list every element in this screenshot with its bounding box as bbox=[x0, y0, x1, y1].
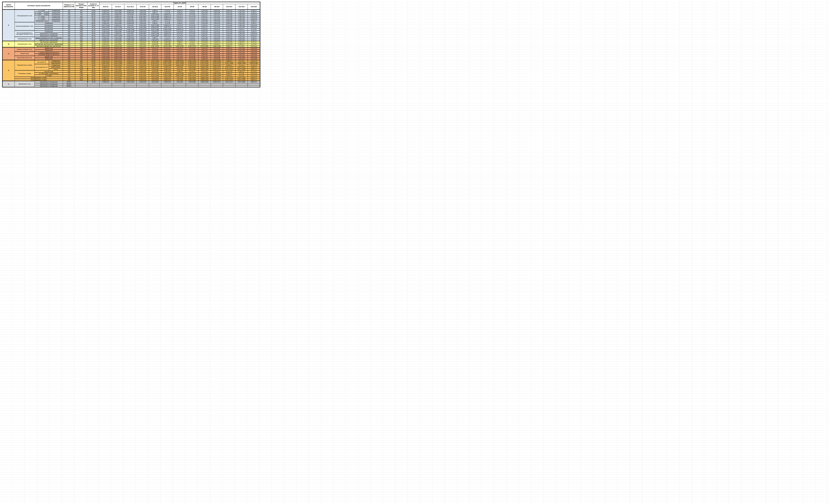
feed-value-cell[interactable]: 0,011-0,013 bbox=[99, 64, 112, 66]
hardness-hb-cell[interactable]: 175 bbox=[63, 22, 75, 24]
feed-value-cell[interactable]: 0,11-0,13 bbox=[149, 51, 161, 54]
strength-rm-cell[interactable]: 960 bbox=[75, 24, 87, 26]
feed-value-cell[interactable]: 0,2-0,22 bbox=[186, 10, 198, 12]
feed-value-cell[interactable]: 0,18-0,21 bbox=[198, 18, 211, 20]
feed-value-cell[interactable]: 0,24-0,26 bbox=[223, 24, 236, 26]
material-subtype-cell[interactable]: ферритный bbox=[35, 56, 63, 58]
material-subtype-cell[interactable]: на основе Fe bbox=[35, 60, 49, 64]
feed-value-cell[interactable]: 0,38-0,41 bbox=[223, 47, 236, 49]
feed-value-cell[interactable]: 0,012-0,015 bbox=[124, 69, 137, 71]
feed-value-cell[interactable]: 0,34-0,38 bbox=[211, 54, 223, 56]
feed-value-cell[interactable]: 0,053-0,064 bbox=[112, 56, 124, 58]
strength-rm-cell[interactable] bbox=[75, 85, 87, 87]
feed-value-cell[interactable]: 0,073-0,084 bbox=[198, 64, 211, 66]
header-feed-diameter[interactable]: ø10-ø12 bbox=[223, 4, 236, 10]
feed-value-cell[interactable] bbox=[137, 85, 149, 87]
feed-value-cell[interactable]: 0,1-0,12 bbox=[235, 64, 248, 66]
feed-value-cell[interactable]: 0,46-0,53 bbox=[248, 58, 260, 60]
strength-rm-cell[interactable]: 200 bbox=[75, 51, 87, 54]
feed-value-cell[interactable]: 0,11-0,13 bbox=[198, 43, 211, 45]
feed-value-cell[interactable]: 0,38-0,41 bbox=[223, 54, 236, 56]
cutting-speed-vc-cell[interactable]: 16-28 bbox=[87, 29, 99, 31]
feed-value-cell[interactable]: 0,033-0,053 bbox=[161, 45, 174, 47]
feed-value-cell[interactable]: 0,058-0,062 bbox=[248, 62, 260, 64]
feed-value-cell[interactable]: 0,26-0,29 bbox=[235, 14, 248, 16]
feed-value-cell[interactable]: 0,08-0,11 bbox=[137, 51, 149, 54]
feed-value-cell[interactable]: 0,067-0,083 bbox=[149, 33, 161, 35]
hardness-hb-cell[interactable]: 200 bbox=[63, 47, 75, 49]
feed-value-cell[interactable]: 0,067-0,083 bbox=[149, 18, 161, 20]
feed-value-cell[interactable]: 0,16-0,2 bbox=[173, 10, 186, 12]
feed-value-cell[interactable]: 0,027-0,033 bbox=[173, 62, 186, 64]
feed-value-cell[interactable]: 0,048-0,06 bbox=[124, 37, 137, 39]
feed-value-cell[interactable] bbox=[235, 83, 248, 85]
hardness-hb-cell[interactable]: 330 bbox=[63, 39, 75, 41]
strength-rm-cell[interactable]: 1480 bbox=[75, 29, 87, 31]
material-subtype-cell[interactable]: упрочненные bbox=[49, 62, 63, 64]
feed-value-cell[interactable]: 0,26-0,29 bbox=[235, 16, 248, 18]
feed-value-cell[interactable]: 0,037-0,042 bbox=[198, 62, 211, 64]
feed-value-cell[interactable]: 0,027-0,033 bbox=[149, 64, 161, 66]
feed-value-cell[interactable]: 0,094-0,1 bbox=[223, 45, 236, 47]
feed-value-cell[interactable]: 0,12-0,13 bbox=[248, 64, 260, 66]
feed-value-cell[interactable]: 0,087-0,1 bbox=[248, 69, 260, 71]
feed-value-cell[interactable]: 0,25-0,28 bbox=[211, 11, 223, 14]
feed-value-cell[interactable]: 0,032-0,04 bbox=[99, 11, 112, 14]
strength-rm-cell[interactable]: 1080 bbox=[75, 69, 87, 71]
feed-value-cell[interactable]: 0,21-0,23 bbox=[235, 35, 248, 37]
feed-value-cell[interactable]: 0,04-0,05 bbox=[173, 81, 186, 83]
material-subtype-cell[interactable]: с высоким пределом прочности bbox=[35, 54, 63, 56]
header-feed-diameter[interactable]: ø15-ø20 bbox=[248, 4, 260, 10]
feed-value-cell[interactable]: 0,12-0,13 bbox=[186, 29, 198, 31]
header-feed-diameter[interactable]: ø2-ø2,5 bbox=[149, 4, 161, 10]
strength-rm-cell[interactable]: 940 bbox=[75, 62, 87, 64]
feed-value-cell[interactable]: 0,013-0,016 bbox=[112, 73, 124, 75]
feed-value-cell[interactable]: 0,032-0,04 bbox=[99, 10, 112, 12]
feed-value-cell[interactable]: 0,067-0,073 bbox=[186, 60, 198, 62]
feed-value-cell[interactable]: 0,033-0,053 bbox=[161, 64, 174, 66]
strength-rm-cell[interactable]: 1010 bbox=[75, 79, 87, 81]
feed-value-cell[interactable]: 0,05-0,067 bbox=[137, 24, 149, 26]
strength-rm-cell[interactable]: 640 bbox=[75, 16, 87, 18]
feed-value-cell[interactable]: 0,29-0,33 bbox=[248, 33, 260, 35]
feed-value-cell[interactable]: 0,22-0,25 bbox=[198, 10, 211, 12]
feed-value-cell[interactable]: 0,13-0,15 bbox=[186, 35, 198, 37]
feed-value-cell[interactable]: 0,063-0,071 bbox=[211, 69, 223, 71]
feed-value-cell[interactable]: 0,2-0,22 bbox=[186, 11, 198, 14]
feed-value-cell[interactable]: 0,21-0,27 bbox=[173, 56, 186, 58]
feed-value-cell[interactable]: 0,29-0,33 bbox=[248, 18, 260, 20]
feed-value-cell[interactable]: 0,016-0,02 bbox=[99, 41, 112, 43]
feed-value-cell[interactable]: 0,25-0,28 bbox=[211, 22, 223, 24]
feed-value-cell[interactable]: 0,01-0,012 bbox=[112, 77, 124, 79]
feed-value-cell[interactable]: 0,025-0,04 bbox=[161, 77, 174, 79]
feed-value-cell[interactable]: 0,16-0,19 bbox=[198, 39, 211, 41]
header-feed-diameter[interactable]: ø0,8-ø1 bbox=[99, 4, 112, 10]
feed-value-cell[interactable]: 0,46-0,53 bbox=[248, 49, 260, 52]
cutting-speed-vc-cell[interactable]: 70-80 bbox=[87, 56, 99, 58]
feed-value-cell[interactable]: 0,12-0,13 bbox=[248, 75, 260, 77]
feed-value-cell[interactable]: 0,21-0,24 bbox=[211, 33, 223, 35]
feed-value-cell[interactable]: 0,027-0,033 bbox=[149, 75, 161, 77]
material-subtype-cell[interactable]: улучшенная bbox=[35, 26, 63, 29]
feed-value-cell[interactable]: 0,31-0,35 bbox=[235, 10, 248, 12]
feed-value-cell[interactable] bbox=[198, 85, 211, 87]
feed-value-cell[interactable]: 0,055-0,063 bbox=[198, 66, 211, 69]
feed-value-cell[interactable]: 0,032-0,04 bbox=[124, 26, 137, 29]
feed-value-cell[interactable]: 0,067-0,073 bbox=[186, 75, 198, 77]
feed-value-cell[interactable]: 0,019-0,023 bbox=[99, 29, 112, 31]
material-subtype-cell[interactable]: улучшенная bbox=[35, 29, 63, 31]
feed-value-cell[interactable]: 0,18-0,21 bbox=[198, 14, 211, 16]
feed-value-cell[interactable]: 0,11-0,13 bbox=[173, 35, 186, 37]
feed-value-cell[interactable]: 0,087-0,1 bbox=[248, 77, 260, 79]
header-feed-diameter[interactable]: ø6-ø8 bbox=[198, 4, 211, 10]
feed-value-cell[interactable] bbox=[198, 83, 211, 85]
feed-value-cell[interactable]: 0,21-0,27 bbox=[173, 51, 186, 54]
cutting-speed-vc-cell[interactable]: 60-70 bbox=[87, 31, 99, 33]
cutting-speed-vc-cell[interactable]: 60-80 bbox=[87, 22, 99, 24]
feed-value-cell[interactable]: 0,21-0,24 bbox=[211, 16, 223, 18]
feed-value-cell[interactable]: 0,15-0,17 bbox=[235, 43, 248, 45]
feed-value-cell[interactable]: 0,015-0,02 bbox=[137, 66, 149, 69]
feed-value-cell[interactable]: 0,087-0,1 bbox=[248, 66, 260, 69]
cutting-speed-vc-cell-with-marker[interactable]: 10-16 bbox=[87, 75, 99, 77]
feed-value-cell[interactable]: 0,084-0,094 bbox=[211, 60, 223, 62]
